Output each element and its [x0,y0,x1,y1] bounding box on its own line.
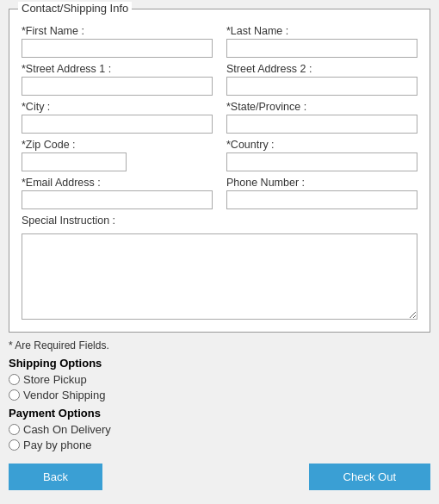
street1-input[interactable] [22,77,213,96]
phone-input[interactable] [226,190,417,209]
last-name-input[interactable] [226,39,417,58]
shipping-vendor-shipping[interactable]: Vendor Shipping [9,389,430,401]
shipping-store-pickup-radio[interactable] [9,374,20,385]
payment-phone[interactable]: Pay by phone [9,439,430,451]
email-input[interactable] [22,190,213,209]
street1-field: *Street Address 1 : [22,63,213,96]
street2-input[interactable] [226,77,417,96]
zip-field: *Zip Code : [22,139,213,171]
checkout-button[interactable]: Check Out [309,464,430,490]
required-note: * Are Required Fields. [9,339,430,352]
state-label: *State/Province : [226,101,417,113]
fieldset-legend: Contact/Shipping Info [18,2,132,15]
payment-cod[interactable]: Cash On Delivery [9,423,430,436]
country-field: *Country : [226,139,417,171]
payment-cod-label: Cash On Delivery [23,423,111,436]
payment-cod-radio[interactable] [9,424,20,435]
first-name-field: *First Name : [22,25,213,58]
street2-label: Street Address 2 : [226,63,417,75]
phone-label: Phone Number : [226,177,417,189]
email-label: *Email Address : [22,177,213,189]
contact-shipping-fieldset: Contact/Shipping Info *First Name : *Las… [9,9,430,333]
form-grid: *First Name : *Last Name : *Street Addre… [22,25,417,320]
state-input[interactable] [226,115,417,134]
phone-field: Phone Number : [226,177,417,209]
email-field: *Email Address : [22,177,213,209]
bottom-buttons: Back Check Out [9,464,430,490]
zip-input[interactable] [22,152,127,171]
shipping-vendor-label: Vendor Shipping [23,389,105,401]
first-name-input[interactable] [22,39,213,58]
payment-phone-radio[interactable] [9,439,20,451]
street2-field: Street Address 2 : [226,63,417,96]
country-label: *Country : [226,139,417,151]
state-field: *State/Province : [226,101,417,134]
page-container: Contact/Shipping Info *First Name : *Las… [9,9,430,490]
first-name-label: *First Name : [22,25,213,37]
city-input[interactable] [22,115,213,134]
payment-options-title: Payment Options [9,407,430,420]
shipping-options-title: Shipping Options [9,357,430,370]
city-field: *City : [22,101,213,134]
back-button[interactable]: Back [9,464,102,490]
city-label: *City : [22,101,213,113]
last-name-label: *Last Name : [226,25,417,37]
shipping-vendor-radio[interactable] [9,389,20,401]
last-name-field: *Last Name : [226,25,417,58]
special-instruction-textarea[interactable] [22,233,417,320]
shipping-store-pickup-label: Store Pickup [23,373,87,386]
payment-phone-label: Pay by phone [23,439,92,451]
street1-label: *Street Address 1 : [22,63,213,75]
zip-label: *Zip Code : [22,139,213,151]
shipping-store-pickup[interactable]: Store Pickup [9,373,430,386]
special-instruction-label: Special Instruction : [22,215,417,227]
country-input[interactable] [226,152,417,171]
